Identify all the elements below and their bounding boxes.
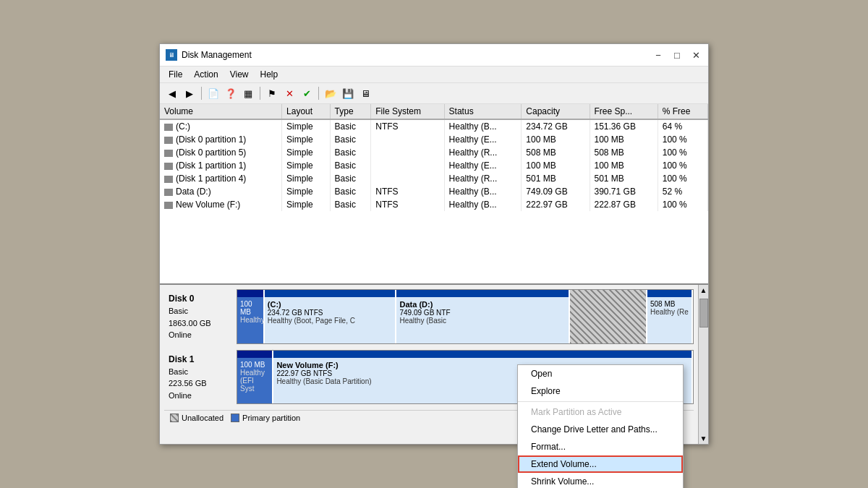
- ctx-shrink-volume[interactable]: Shrink Volume...: [518, 473, 683, 488]
- title-bar-left: 🖥 Disk Management: [166, 49, 252, 61]
- volume-table-area: Volume Layout Type File System Status Ca…: [160, 104, 708, 285]
- table-cell: New Volume (F:): [160, 198, 282, 211]
- table-row[interactable]: (Disk 1 partition 4)SimpleBasicHealthy (…: [160, 172, 708, 185]
- scrollbar[interactable]: ▲ ▼: [698, 285, 708, 444]
- table-cell: (Disk 1 partition 1): [160, 159, 282, 172]
- table-row[interactable]: Data (D:)SimpleBasicNTFSHealthy (B...749…: [160, 185, 708, 198]
- app-icon: 🖥: [166, 49, 177, 61]
- table-cell: 390.71 GB: [590, 185, 658, 198]
- minimize-button[interactable]: −: [652, 48, 665, 61]
- table-cell: Simple: [282, 133, 331, 146]
- table-row[interactable]: (C:)SimpleBasicNTFSHealthy (B...234.72 G…: [160, 119, 708, 133]
- table-cell: 100 MB: [522, 133, 590, 146]
- disk0-unallocated[interactable]: [570, 290, 647, 343]
- legend-unallocated: Unallocated: [170, 414, 224, 422]
- toolbar-flag-btn[interactable]: ⚑: [264, 85, 280, 101]
- table-cell: Basic: [330, 172, 371, 185]
- table-cell: Simple: [282, 198, 331, 211]
- disk-0-partitions: 100 MB Healthy (C:) 234.72 GB NTFS Healt…: [237, 289, 694, 344]
- scroll-up-arrow[interactable]: ▲: [699, 285, 709, 296]
- toolbar-monitor-btn[interactable]: 🖥: [357, 85, 373, 101]
- ctx-sep-1: [518, 401, 683, 402]
- disk-1-label: Disk 1 Basic 223.56 GB Online: [164, 350, 237, 405]
- toolbar-check-btn[interactable]: ✔: [299, 85, 315, 101]
- table-cell: 151.36 GB: [590, 119, 658, 133]
- legend-unallocated-box: [170, 414, 179, 422]
- ctx-change-drive-letter[interactable]: Change Drive Letter and Paths...: [518, 421, 683, 438]
- close-button[interactable]: ✕: [689, 48, 702, 61]
- legend-primary-label: Primary partition: [242, 414, 300, 422]
- toolbar-delete-btn[interactable]: ✕: [281, 85, 297, 101]
- table-cell: Healthy (R...: [444, 146, 522, 159]
- window-title: Disk Management: [182, 50, 252, 60]
- volume-icon: [164, 124, 173, 131]
- table-cell: 222.87 GB: [590, 198, 658, 211]
- title-bar: 🖥 Disk Management − □ ✕: [160, 44, 708, 67]
- table-cell: [371, 133, 444, 146]
- legend-unallocated-label: Unallocated: [182, 414, 224, 422]
- disk-0-row: Disk 0 Basic 1863.00 GB Online 100 MB He…: [164, 289, 694, 344]
- disk0-part-efi[interactable]: 100 MB Healthy: [237, 290, 265, 343]
- table-cell: 100 MB: [590, 133, 658, 146]
- scroll-down-arrow[interactable]: ▼: [699, 433, 709, 444]
- toolbar-help-btn[interactable]: ❓: [223, 85, 239, 101]
- table-row[interactable]: (Disk 0 partition 5)SimpleBasicHealthy (…: [160, 146, 708, 159]
- table-cell: Healthy (E...: [444, 159, 522, 172]
- disk0-part-recovery[interactable]: 508 MB Healthy (Re: [647, 290, 693, 343]
- toolbar-doc-btn[interactable]: 📄: [205, 85, 221, 101]
- ctx-explore[interactable]: Explore: [518, 382, 683, 400]
- menu-help[interactable]: Help: [255, 68, 284, 81]
- menu-action[interactable]: Action: [188, 68, 224, 81]
- table-row[interactable]: New Volume (F:)SimpleBasicNTFSHealthy (B…: [160, 198, 708, 211]
- table-row[interactable]: (Disk 0 partition 1)SimpleBasicHealthy (…: [160, 133, 708, 146]
- toolbar-sep-1: [201, 87, 202, 100]
- menu-file[interactable]: File: [163, 68, 188, 81]
- disk1-part-efi[interactable]: 100 MB Healthy (EFI Syst: [237, 351, 273, 404]
- table-cell: Basic: [330, 185, 371, 198]
- table-cell: 100 MB: [522, 159, 590, 172]
- menu-view[interactable]: View: [224, 68, 255, 81]
- col-layout: Layout: [282, 104, 331, 119]
- volume-icon: [164, 163, 173, 170]
- volume-icon: [164, 137, 173, 144]
- table-cell: NTFS: [371, 185, 444, 198]
- forward-button[interactable]: ▶: [182, 85, 197, 101]
- context-menu: Open Explore Mark Partition as Active Ch…: [517, 364, 684, 488]
- ctx-format[interactable]: Format...: [518, 438, 683, 455]
- toolbar-grid-btn[interactable]: ▦: [240, 85, 256, 101]
- table-cell: 64 %: [658, 119, 707, 133]
- maximize-button[interactable]: □: [671, 48, 684, 61]
- col-capacity: Capacity: [522, 104, 590, 119]
- toolbar-open-btn[interactable]: 📂: [323, 85, 339, 101]
- back-button[interactable]: ◀: [164, 85, 180, 101]
- table-cell: Basic: [330, 133, 371, 146]
- table-cell: Simple: [282, 146, 331, 159]
- table-cell: [371, 159, 444, 172]
- table-cell: [371, 146, 444, 159]
- table-cell: 100 %: [658, 146, 707, 159]
- ctx-open[interactable]: Open: [518, 365, 683, 382]
- table-cell: Basic: [330, 198, 371, 211]
- volume-table: Volume Layout Type File System Status Ca…: [160, 104, 708, 211]
- table-cell: 52 %: [658, 185, 707, 198]
- table-row[interactable]: (Disk 1 partition 1)SimpleBasicHealthy (…: [160, 159, 708, 172]
- toolbar-save-btn[interactable]: 💾: [340, 85, 356, 101]
- table-cell: NTFS: [371, 198, 444, 211]
- col-type: Type: [330, 104, 371, 119]
- col-filesystem: File System: [371, 104, 444, 119]
- table-cell: 222.97 GB: [522, 198, 590, 211]
- volume-icon: [164, 202, 173, 209]
- table-cell: Healthy (R...: [444, 172, 522, 185]
- col-status: Status: [444, 104, 522, 119]
- disk-section-wrapper: Disk 0 Basic 1863.00 GB Online 100 MB He…: [160, 285, 708, 444]
- table-cell: 749.09 GB: [522, 185, 590, 198]
- main-window: 🖥 Disk Management − □ ✕ File Action View…: [159, 43, 709, 445]
- ctx-extend-volume[interactable]: Extend Volume...: [518, 455, 683, 473]
- volume-icon: [164, 176, 173, 183]
- table-cell: Basic: [330, 159, 371, 172]
- title-bar-controls: − □ ✕: [652, 48, 702, 61]
- disk0-part-c[interactable]: (C:) 234.72 GB NTFS Healthy (Boot, Page …: [265, 290, 397, 343]
- disk0-part-d[interactable]: Data (D:) 749.09 GB NTF Healthy (Basic: [396, 290, 569, 343]
- scroll-thumb[interactable]: [699, 299, 708, 328]
- volume-icon: [164, 189, 173, 196]
